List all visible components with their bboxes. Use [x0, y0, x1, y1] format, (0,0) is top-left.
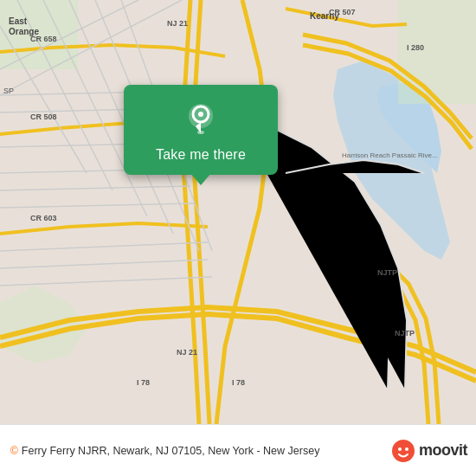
svg-point-43	[392, 440, 415, 462]
svg-text:Orange: Orange	[9, 27, 39, 36]
bottom-bar: © Ferry Ferry NJRR, Newark, NJ 07105, Ne…	[0, 424, 476, 476]
svg-text:NJ 21: NJ 21	[167, 19, 188, 28]
svg-point-42	[197, 131, 204, 134]
map-container: CR 658 CR 508 CR 603 NJ 21 NJ 21 I 78 I …	[0, 0, 476, 424]
svg-text:Harrison Reach Passaic Rive...: Harrison Reach Passaic Rive...	[342, 151, 438, 159]
svg-text:NJTP: NJTP	[377, 268, 397, 277]
map-pin-icon	[182, 100, 220, 138]
moovit-logo: moovit	[391, 439, 467, 463]
svg-text:I 78: I 78	[137, 378, 150, 387]
svg-text:SP: SP	[3, 87, 14, 95]
svg-point-41	[198, 112, 203, 117]
svg-text:East: East	[9, 16, 28, 26]
svg-rect-4	[398, 0, 476, 104]
svg-text:NJTP: NJTP	[395, 329, 415, 338]
svg-text:NJ 21: NJ 21	[177, 348, 197, 357]
svg-point-44	[398, 447, 402, 451]
location-text: Ferry Ferry NJRR, Newark, NJ 07105, New …	[22, 445, 391, 457]
location-popup: Take me there	[124, 85, 278, 175]
moovit-icon	[391, 439, 415, 463]
bottom-info: © Ferry Ferry NJRR, Newark, NJ 07105, Ne…	[10, 445, 391, 457]
svg-text:CR 603: CR 603	[30, 214, 57, 222]
osm-logo: ©	[10, 445, 18, 457]
map-background: CR 658 CR 508 CR 603 NJ 21 NJ 21 I 78 I …	[0, 0, 476, 424]
svg-text:CR 508: CR 508	[30, 113, 57, 121]
moovit-text: moovit	[419, 441, 467, 460]
svg-text:I 78: I 78	[232, 378, 245, 387]
svg-point-45	[405, 447, 408, 451]
take-me-there-button[interactable]: Take me there	[156, 147, 246, 163]
svg-text:I 280: I 280	[407, 43, 424, 52]
svg-text:Kearny: Kearny	[310, 11, 339, 21]
